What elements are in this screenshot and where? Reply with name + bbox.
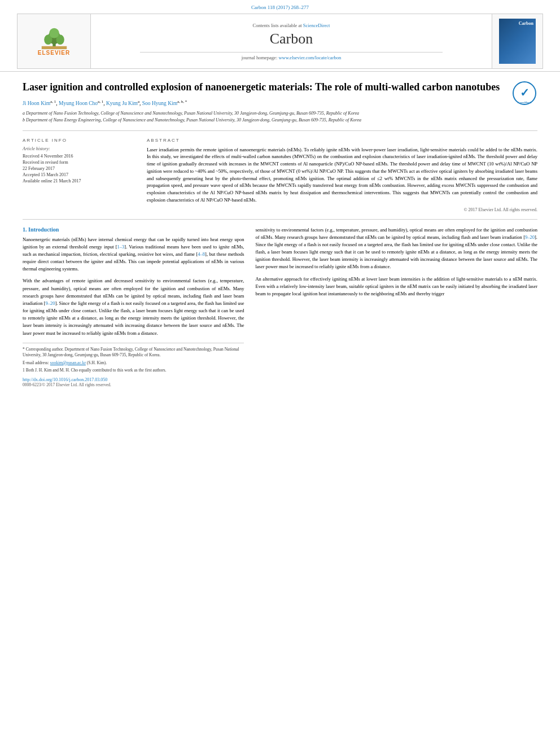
footnote-authors: 1 Both J. H. Kim and M. H. Cho equally c… — [23, 368, 244, 374]
article-content: Laser ignition and controlled explosion … — [0, 72, 560, 396]
journal-center-info: Contents lists available at ScienceDirec… — [91, 14, 492, 68]
svg-rect-5 — [41, 46, 66, 49]
sciencedirect-link[interactable]: ScienceDirect — [303, 23, 330, 28]
article-info-column: ARTICLE INFO Article history: Received 4… — [23, 138, 135, 212]
author-2: Myung Hoon Cho — [59, 101, 98, 107]
author-1: Ji Hoon Kim — [23, 101, 50, 107]
abstract-label: ABSTRACT — [147, 138, 537, 143]
footnote-section: * Corresponding author. Department of Na… — [23, 343, 244, 374]
doi-line: http://dx.doi.org/10.1016/j.carbon.2017.… — [23, 377, 244, 382]
header-separator — [23, 130, 537, 131]
article-history-label: Article history: — [23, 146, 135, 151]
abstract-text: Laser irradiation permits the remote ign… — [147, 146, 537, 204]
author-3: Kyung Ju Kim — [106, 101, 138, 107]
history-received: Received 4 November 2016 — [23, 154, 135, 159]
body-left-column: 1. Introduction Nanoenergetic materials … — [23, 226, 244, 387]
crossmark-badge: ✓ CrossMark — [512, 81, 537, 106]
homepage-line: journal homepage: www.elsevier.com/locat… — [242, 55, 341, 60]
intro-paragraph-1: Nanoenergetic materials (nEMs) have inte… — [23, 236, 244, 273]
crossmark-icon: ✓ CrossMark — [512, 81, 537, 106]
contents-available-text: Contents lists available at ScienceDirec… — [253, 23, 330, 28]
history-revised-label: Received in revised form — [23, 160, 135, 165]
journal-title: Carbon — [270, 30, 313, 47]
affiliation-a: a Department of Nano Fusion Technology, … — [23, 110, 537, 117]
intro-paragraph-right: sensitivity to environmental factors (e.… — [255, 226, 537, 271]
issn-line: 0008-6223/© 2017 Elsevier Ltd. All right… — [23, 382, 244, 387]
svg-point-4 — [49, 28, 59, 38]
affiliation-b: b Department of Nano Energy Engineering,… — [23, 117, 537, 124]
journal-banner: ELSEVIER Contents lists available at Sci… — [17, 14, 543, 69]
ref-link-9-20[interactable]: 9–20 — [45, 300, 55, 306]
body-columns: 1. Introduction Nanoenergetic materials … — [23, 226, 537, 387]
affiliations: a Department of Nano Fusion Technology, … — [23, 110, 537, 124]
carbon-journal-cover: Carbon — [499, 19, 536, 64]
abstract-separator — [23, 219, 537, 220]
authors-line: Ji Hoon Kima, 1, Myung Hoon Choa, 1, Kyu… — [23, 99, 537, 106]
article-title: Laser ignition and controlled explosion … — [23, 81, 537, 94]
footnote-corresponding: * Corresponding author. Department of Na… — [23, 347, 244, 359]
history-revised-date: 22 February 2017 — [23, 166, 135, 171]
body-right-column: sensitivity to environmental factors (e.… — [255, 226, 537, 387]
ref-link-4-8[interactable]: 4–8 — [198, 251, 205, 257]
article-title-text: Laser ignition and controlled explosion … — [23, 81, 500, 93]
title-divider — [140, 52, 443, 53]
history-accepted: Accepted 15 March 2017 — [23, 172, 135, 177]
elsevier-logo-area: ELSEVIER — [18, 14, 91, 68]
elsevier-wordmark: ELSEVIER — [38, 50, 70, 56]
history-available: Available online 21 March 2017 — [23, 178, 135, 184]
article-info-label: ARTICLE INFO — [23, 138, 135, 143]
intro-paragraph-right-2: An alternative approach for effectively … — [255, 276, 537, 298]
cover-label: Carbon — [519, 21, 533, 26]
carbon-cover-area: Carbon — [492, 14, 542, 68]
svg-text:✓: ✓ — [520, 86, 530, 99]
ref-link-9-20-right[interactable]: 9–20 — [525, 234, 535, 240]
svg-text:CrossMark: CrossMark — [518, 101, 532, 104]
journal-header: Carbon 118 (2017) 268–277 ELSEVIER — [0, 0, 560, 72]
elsevier-tree-icon — [37, 27, 71, 50]
intro-paragraph-2: With the advantages of remote ignition a… — [23, 277, 244, 337]
author-4: Soo Hyung Kim — [142, 101, 177, 107]
copyright-line: © 2017 Elsevier Ltd. All rights reserved… — [147, 207, 537, 212]
footnote-email-line: E-mail address: sookim@pusan.ac.kr (S.H.… — [23, 360, 244, 366]
abstract-column: ABSTRACT Laser irradiation permits the r… — [147, 138, 537, 212]
section-1-title: 1. Introduction — [23, 226, 244, 233]
elsevier-branding: ELSEVIER — [37, 27, 71, 56]
article-info-abstract-section: ARTICLE INFO Article history: Received 4… — [23, 138, 537, 212]
journal-reference: Carbon 118 (2017) 268–277 — [11, 5, 549, 10]
ref-link-1-3[interactable]: 1–3 — [117, 244, 125, 250]
homepage-link[interactable]: www.elsevier.com/locate/carbon — [278, 55, 341, 60]
footnote-email-link[interactable]: sookim@pusan.ac.kr — [50, 360, 86, 365]
